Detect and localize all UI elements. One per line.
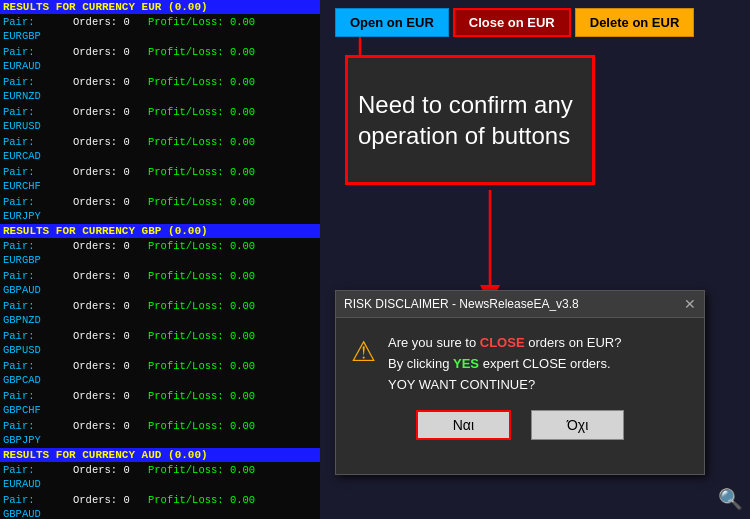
pair-label: Pair: GBPUSD (3, 329, 73, 357)
profit-label: Profit/Loss: 0.00 (148, 493, 255, 519)
profit-label: Profit/Loss: 0.00 (148, 463, 255, 491)
profit-label: Profit/Loss: 0.00 (148, 239, 255, 267)
table-row: Pair: EURGBPOrders: 0Profit/Loss: 0.00 (0, 14, 320, 44)
orders-label: Orders: 0 (73, 165, 148, 193)
table-row: Pair: GBPNZDOrders: 0Profit/Loss: 0.00 (0, 298, 320, 328)
table-row: Pair: GBPAUDOrders: 0Profit/Loss: 0.00 (0, 268, 320, 298)
section-header: RESULTS FOR CURRENCY EUR (0.00) (0, 0, 320, 14)
dialog-message: Are you sure to CLOSE orders on EUR? By … (388, 333, 621, 395)
profit-label: Profit/Loss: 0.00 (148, 15, 255, 43)
table-row: Pair: GBPJPYOrders: 0Profit/Loss: 0.00 (0, 418, 320, 448)
pair-label: Pair: EURGBP (3, 239, 73, 267)
dialog-body: ⚠ Are you sure to CLOSE orders on EUR? B… (336, 318, 704, 405)
pair-label: Pair: GBPAUD (3, 493, 73, 519)
dialog-line1: Are you sure to CLOSE orders on EUR? (388, 333, 621, 354)
table-row: Pair: GBPUSDOrders: 0Profit/Loss: 0.00 (0, 328, 320, 358)
table-row: Pair: EURCADOrders: 0Profit/Loss: 0.00 (0, 134, 320, 164)
profit-label: Profit/Loss: 0.00 (148, 299, 255, 327)
profit-label: Profit/Loss: 0.00 (148, 135, 255, 163)
annotation-box: Need to confirm any operation of buttons (345, 55, 595, 185)
orders-label: Orders: 0 (73, 299, 148, 327)
table-row: Pair: EURUSDOrders: 0Profit/Loss: 0.00 (0, 104, 320, 134)
orders-label: Orders: 0 (73, 75, 148, 103)
orders-label: Orders: 0 (73, 239, 148, 267)
profit-label: Profit/Loss: 0.00 (148, 165, 255, 193)
annotation-text: Need to confirm any operation of buttons (358, 89, 582, 151)
pair-label: Pair: EURJPY (3, 195, 73, 223)
orders-label: Orders: 0 (73, 135, 148, 163)
table-row: Pair: EURNZDOrders: 0Profit/Loss: 0.00 (0, 74, 320, 104)
profit-label: Profit/Loss: 0.00 (148, 389, 255, 417)
pair-label: Pair: GBPNZD (3, 299, 73, 327)
orders-label: Orders: 0 (73, 389, 148, 417)
table-row: Pair: EURAUDOrders: 0Profit/Loss: 0.00 (0, 462, 320, 492)
open-on-eur-button[interactable]: Open on EUR (335, 8, 449, 37)
pair-label: Pair: GBPJPY (3, 419, 73, 447)
section-header: RESULTS FOR CURRENCY AUD (0.00) (0, 448, 320, 462)
profit-label: Profit/Loss: 0.00 (148, 359, 255, 387)
orders-label: Orders: 0 (73, 329, 148, 357)
pair-label: Pair: EURGBP (3, 15, 73, 43)
dialog-line3: YOY WANT CONTINUE? (388, 375, 621, 396)
pair-label: Pair: GBPCHF (3, 389, 73, 417)
warning-icon: ⚠ (351, 335, 376, 368)
pair-label: Pair: EURNZD (3, 75, 73, 103)
pair-label: Pair: EURAUD (3, 45, 73, 73)
table-row: Pair: EURJPYOrders: 0Profit/Loss: 0.00 (0, 194, 320, 224)
risk-disclaimer-dialog: RISK DISCLAIMER - NewsReleaseEA_v3.8 ✕ ⚠… (335, 290, 705, 475)
pair-label: Pair: EURCHF (3, 165, 73, 193)
dialog-title: RISK DISCLAIMER - NewsReleaseEA_v3.8 (344, 297, 579, 311)
profit-label: Profit/Loss: 0.00 (148, 105, 255, 133)
orders-label: Orders: 0 (73, 269, 148, 297)
orders-label: Orders: 0 (73, 493, 148, 519)
pair-label: Pair: GBPCAD (3, 359, 73, 387)
profit-label: Profit/Loss: 0.00 (148, 45, 255, 73)
orders-label: Orders: 0 (73, 463, 148, 491)
confirm-yes-button[interactable]: Ναι (416, 410, 511, 440)
table-row: Pair: EURGBPOrders: 0Profit/Loss: 0.00 (0, 238, 320, 268)
section-header: RESULTS FOR CURRENCY GBP (0.00) (0, 224, 320, 238)
toolbar: Open on EUR Close on EUR Delete on EUR (335, 8, 694, 37)
dialog-line2: By clicking YES expert CLOSE orders. (388, 354, 621, 375)
table-row: Pair: EURCHFOrders: 0Profit/Loss: 0.00 (0, 164, 320, 194)
pair-label: Pair: EURAUD (3, 463, 73, 491)
pair-label: Pair: EURUSD (3, 105, 73, 133)
trading-data-panel: RESULTS FOR CURRENCY EUR (0.00)Pair: EUR… (0, 0, 320, 519)
orders-label: Orders: 0 (73, 45, 148, 73)
dialog-titlebar: RISK DISCLAIMER - NewsReleaseEA_v3.8 ✕ (336, 291, 704, 318)
confirm-no-button[interactable]: Όχι (531, 410, 624, 440)
delete-on-eur-button[interactable]: Delete on EUR (575, 8, 695, 37)
pair-label: Pair: GBPAUD (3, 269, 73, 297)
orders-label: Orders: 0 (73, 419, 148, 447)
profit-label: Profit/Loss: 0.00 (148, 329, 255, 357)
dialog-close-button[interactable]: ✕ (684, 296, 696, 312)
table-row: Pair: GBPCADOrders: 0Profit/Loss: 0.00 (0, 358, 320, 388)
profit-label: Profit/Loss: 0.00 (148, 195, 255, 223)
profit-label: Profit/Loss: 0.00 (148, 75, 255, 103)
zoom-icon[interactable]: 🔍 (718, 487, 742, 511)
arrow-indicator-2 (460, 185, 520, 305)
table-row: Pair: EURAUDOrders: 0Profit/Loss: 0.00 (0, 44, 320, 74)
orders-label: Orders: 0 (73, 359, 148, 387)
orders-label: Orders: 0 (73, 15, 148, 43)
table-row: Pair: GBPCHFOrders: 0Profit/Loss: 0.00 (0, 388, 320, 418)
table-row: Pair: GBPAUDOrders: 0Profit/Loss: 0.00 (0, 492, 320, 519)
pair-label: Pair: EURCAD (3, 135, 73, 163)
orders-label: Orders: 0 (73, 105, 148, 133)
profit-label: Profit/Loss: 0.00 (148, 269, 255, 297)
orders-label: Orders: 0 (73, 195, 148, 223)
dialog-buttons: Ναι Όχι (336, 405, 704, 452)
close-on-eur-button[interactable]: Close on EUR (453, 8, 571, 37)
profit-label: Profit/Loss: 0.00 (148, 419, 255, 447)
